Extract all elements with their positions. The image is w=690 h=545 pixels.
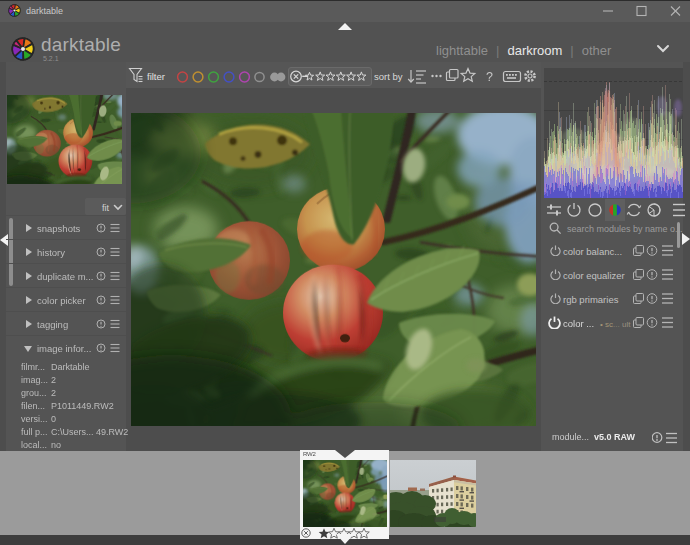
svg-text:?: ?	[486, 70, 493, 84]
